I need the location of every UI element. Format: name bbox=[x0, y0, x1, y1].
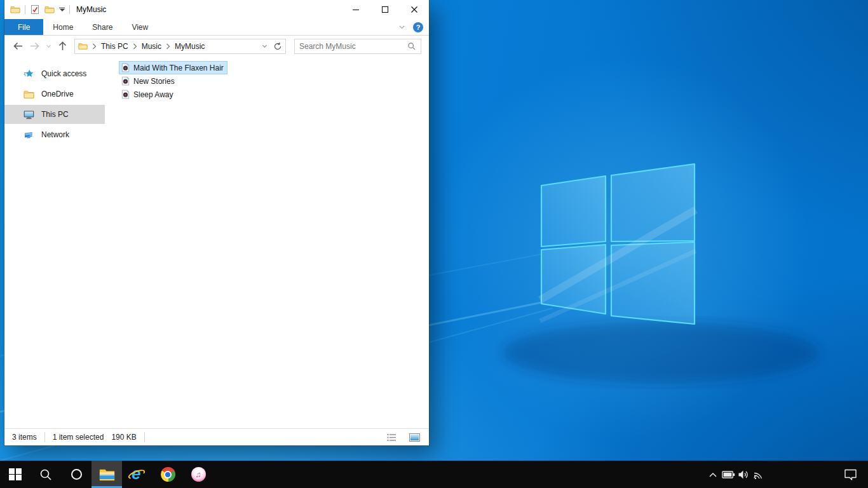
search-icon bbox=[39, 468, 53, 482]
volume-icon bbox=[738, 470, 750, 480]
explorer-folder-icon bbox=[10, 4, 20, 15]
start-button[interactable] bbox=[0, 461, 31, 488]
help-icon[interactable]: ? bbox=[413, 22, 423, 32]
action-center-button[interactable] bbox=[837, 468, 863, 481]
breadcrumb-chevron-icon bbox=[133, 43, 137, 50]
thumbnails-view-icon bbox=[409, 433, 420, 442]
sidebar-item-quick-access[interactable]: Quick access bbox=[4, 64, 105, 83]
breadcrumb-this-pc[interactable]: This PC bbox=[101, 42, 128, 51]
titlebar: MyMusic bbox=[4, 0, 429, 19]
selection-size: 190 KB bbox=[111, 433, 136, 442]
address-bar[interactable]: This PC Music MyMusic bbox=[74, 39, 286, 54]
refresh-icon[interactable] bbox=[273, 42, 282, 51]
navigation-bar: This PC Music MyMusic bbox=[4, 36, 429, 57]
item-count: 3 items bbox=[12, 433, 37, 442]
selection-count: 1 item selected bbox=[53, 433, 104, 442]
status-bar: 3 items 1 item selected 190 KB bbox=[4, 428, 429, 445]
action-center-icon bbox=[843, 468, 858, 481]
sidebar-item-label: OneDrive bbox=[41, 90, 74, 98]
up-button[interactable] bbox=[54, 39, 71, 54]
cortana-button[interactable] bbox=[61, 461, 92, 488]
sidebar-item-label: Network bbox=[41, 130, 69, 139]
quick-access-toolbar bbox=[4, 4, 70, 15]
back-button[interactable] bbox=[10, 39, 26, 54]
volume-tray-button[interactable] bbox=[736, 470, 751, 480]
details-view-button[interactable] bbox=[384, 431, 398, 444]
music-file-icon bbox=[121, 90, 130, 99]
history-chevron-icon bbox=[45, 43, 52, 50]
minimize-button[interactable] bbox=[341, 0, 370, 19]
close-button[interactable] bbox=[400, 0, 429, 19]
divider bbox=[69, 5, 70, 14]
itunes-icon: ♫ bbox=[191, 467, 206, 482]
maximize-icon bbox=[381, 6, 389, 13]
file-name: Sleep Away bbox=[133, 90, 173, 99]
tab-share[interactable]: Share bbox=[83, 19, 122, 35]
thumbnails-view-button[interactable] bbox=[407, 431, 421, 444]
search-box[interactable] bbox=[294, 39, 421, 54]
chevron-up-icon bbox=[709, 471, 717, 478]
quick-access-star-icon bbox=[24, 69, 34, 79]
divider bbox=[25, 5, 25, 14]
taskbar: e ♫ bbox=[0, 461, 868, 488]
wifi-tray-button[interactable] bbox=[751, 470, 766, 480]
itunes-button[interactable]: ♫ bbox=[183, 461, 214, 488]
file-explorer-icon bbox=[99, 468, 115, 482]
properties-check-icon[interactable] bbox=[30, 4, 40, 15]
breadcrumb-mymusic[interactable]: MyMusic bbox=[175, 42, 205, 51]
recent-locations-button[interactable] bbox=[43, 39, 54, 54]
sidebar-item-this-pc[interactable]: This PC bbox=[4, 105, 105, 124]
forward-arrow-icon bbox=[29, 41, 40, 51]
breadcrumb-chevron-icon bbox=[92, 43, 97, 50]
breadcrumb-music[interactable]: Music bbox=[142, 42, 161, 51]
sidebar-item-label: This PC bbox=[41, 110, 69, 119]
tab-home[interactable]: Home bbox=[43, 19, 83, 35]
taskbar-file-explorer-button[interactable] bbox=[92, 461, 122, 488]
tray-expand-button[interactable] bbox=[705, 471, 721, 478]
window-title: MyMusic bbox=[76, 5, 106, 14]
breadcrumb-chevron-icon bbox=[166, 43, 170, 50]
divider bbox=[44, 432, 45, 442]
details-view-icon bbox=[387, 433, 397, 442]
maximize-button[interactable] bbox=[370, 0, 400, 19]
search-icon[interactable] bbox=[407, 42, 416, 51]
up-arrow-icon bbox=[58, 41, 67, 51]
internet-explorer-button[interactable]: e bbox=[122, 461, 153, 488]
battery-icon bbox=[722, 470, 735, 479]
file-item-selected[interactable]: Maid With The Flaxen Hair bbox=[119, 61, 227, 74]
ribbon-collapse-chevron-icon[interactable] bbox=[398, 23, 406, 31]
qat-dropdown-icon[interactable] bbox=[59, 8, 65, 11]
file-explorer-window: MyMusic File Home Share View ? bbox=[4, 0, 429, 445]
forward-button[interactable] bbox=[26, 39, 43, 54]
ribbon-tabs: File Home Share View ? bbox=[4, 19, 429, 36]
cortana-icon bbox=[71, 469, 82, 480]
address-dropdown-chevron-icon[interactable] bbox=[261, 43, 268, 50]
sidebar-item-network[interactable]: Network bbox=[4, 125, 105, 144]
minimize-icon bbox=[352, 6, 360, 13]
music-file-icon bbox=[121, 63, 130, 72]
file-item[interactable]: Sleep Away bbox=[119, 88, 177, 101]
network-icon bbox=[24, 130, 34, 140]
sidebar-item-label: Quick access bbox=[41, 69, 86, 78]
internet-explorer-icon: e bbox=[129, 466, 146, 483]
tab-view[interactable]: View bbox=[122, 19, 158, 35]
onedrive-folder-icon bbox=[24, 89, 34, 100]
new-folder-icon[interactable] bbox=[44, 4, 55, 15]
file-item[interactable]: New Stories bbox=[119, 74, 179, 88]
sidebar-item-onedrive[interactable]: OneDrive bbox=[4, 85, 105, 104]
battery-tray-button[interactable] bbox=[721, 470, 736, 479]
tab-file[interactable]: File bbox=[4, 19, 43, 35]
windows-start-icon bbox=[9, 468, 22, 481]
back-arrow-icon bbox=[13, 41, 24, 51]
search-input[interactable] bbox=[299, 42, 407, 51]
wifi-icon bbox=[753, 470, 765, 480]
file-name: New Stories bbox=[133, 77, 175, 86]
divider bbox=[144, 432, 145, 442]
chrome-button[interactable] bbox=[153, 461, 183, 488]
close-icon bbox=[410, 6, 418, 13]
caption-buttons bbox=[341, 0, 429, 19]
taskbar-search-button[interactable] bbox=[31, 461, 61, 488]
music-file-icon bbox=[121, 76, 130, 86]
folder-icon bbox=[78, 41, 88, 51]
file-name: Maid With The Flaxen Hair bbox=[133, 64, 224, 72]
